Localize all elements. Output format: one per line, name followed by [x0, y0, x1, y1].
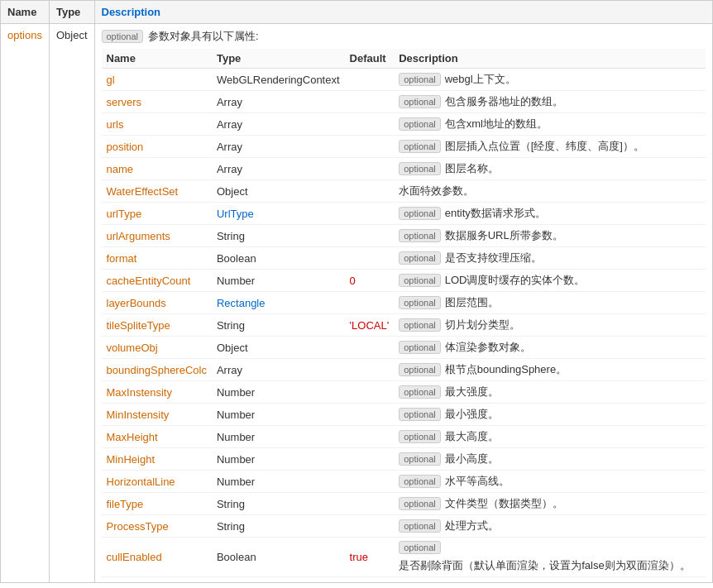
prop-type[interactable]: Rectangle	[217, 297, 266, 309]
prop-name[interactable]: volumeObj	[107, 342, 158, 354]
prop-name[interactable]: WaterEffectSet	[107, 185, 179, 198]
prop-desc-text: 根节点boundingSphere。	[445, 362, 567, 377]
prop-type: Number	[217, 476, 255, 488]
prop-type: Boolean	[217, 551, 256, 563]
prop-desc-text: webgl上下文。	[445, 72, 516, 87]
prop-desc-text: entity数据请求形式。	[445, 206, 546, 221]
prop-name[interactable]: MaxHeight	[107, 431, 158, 443]
prop-desc-text: 数据服务URL所带参数。	[445, 228, 563, 243]
prop-type: Object	[217, 342, 248, 354]
prop-name[interactable]: urlArguments	[107, 230, 170, 242]
table-row: urlTypeUrlTypeoptionalentity数据请求形式。	[102, 203, 706, 225]
prop-name[interactable]: MaxInstensity	[107, 386, 172, 399]
prop-type: Number	[217, 431, 255, 443]
table-row: nameArrayoptional图层名称。	[102, 158, 706, 180]
prop-description-cell: optional切片划分类型。	[394, 314, 706, 337]
prop-name[interactable]: format	[107, 252, 137, 265]
inner-header-name: Name	[102, 49, 212, 69]
prop-type: Number	[217, 386, 255, 399]
prop-default: 0	[350, 275, 356, 287]
prop-type: String	[217, 520, 245, 533]
prop-name[interactable]: HorizontalLine	[107, 476, 175, 488]
prop-name[interactable]: layerBounds	[107, 297, 166, 309]
prop-optional-badge: optional	[399, 73, 441, 86]
table-row: MaxHeightNumberoptional最大高度。	[102, 426, 706, 448]
prop-optional-badge: optional	[399, 229, 441, 242]
table-row: MaxInstensityNumberoptional最大强度。	[102, 381, 706, 404]
outer-header-type: Type	[49, 1, 94, 24]
table-row: cullEnabledBooleantrueoptional是否剔除背面（默认单…	[102, 538, 706, 577]
prop-name[interactable]: position	[107, 141, 144, 153]
prop-type: Object	[217, 185, 248, 198]
prop-name[interactable]: MinHeight	[107, 453, 156, 466]
table-row: fileTypeStringoptional文件类型（数据类型）。	[102, 493, 706, 515]
prop-name[interactable]: boundingSphereColc	[107, 364, 207, 376]
prop-description-cell: optional最大高度。	[394, 426, 706, 448]
prop-name[interactable]: urlType	[107, 208, 142, 220]
prop-name[interactable]: ProcessType	[107, 520, 169, 533]
table-row: WaterEffectSetObject水面特效参数。	[102, 180, 706, 203]
prop-description-cell: optional最小高度。	[394, 448, 706, 471]
prop-optional-badge: optional	[399, 497, 441, 510]
prop-type: Array	[217, 163, 242, 175]
prop-name[interactable]: servers	[107, 96, 142, 108]
prop-desc-text: 处理方式。	[445, 519, 499, 533]
prop-optional-badge: optional	[399, 318, 441, 332]
prop-name[interactable]: cullEnabled	[107, 551, 162, 563]
prop-description-cell: optional图层名称。	[394, 158, 706, 180]
prop-optional-badge: optional	[399, 408, 441, 421]
prop-type: Boolean	[217, 252, 256, 265]
prop-desc-text: 是否支持纹理压缩。	[445, 251, 542, 265]
prop-optional-badge: optional	[399, 251, 441, 265]
prop-optional-badge: optional	[399, 541, 441, 554]
outer-header-description: Description	[94, 1, 713, 24]
table-row: boundingSphereColcArrayoptional根节点boundi…	[102, 359, 706, 381]
options-optional-badge: optional	[102, 30, 144, 43]
outer-header-name: Name	[1, 1, 50, 24]
prop-description-cell: optional图层范围。	[394, 292, 706, 314]
outer-table: Name Type Description options Object opt…	[0, 0, 713, 583]
prop-type: String	[217, 230, 245, 242]
prop-default: 'LOCAL'	[350, 319, 390, 332]
table-row: ProcessTypeStringoptional处理方式。	[102, 515, 706, 538]
table-row: MinInstensityNumberoptional最小强度。	[102, 404, 706, 426]
prop-name[interactable]: name	[107, 163, 134, 175]
prop-desc-text: 图层名称。	[445, 161, 499, 176]
prop-description-cell: optional最小强度。	[394, 404, 706, 426]
prop-name[interactable]: urls	[107, 118, 124, 131]
inner-header-default: Default	[345, 49, 395, 69]
table-row: serversArrayoptional包含服务器地址的数组。	[102, 91, 706, 113]
prop-name[interactable]: tileSpliteType	[107, 319, 170, 332]
prop-desc-text: 水平等高线。	[445, 474, 510, 489]
prop-optional-badge: optional	[399, 95, 441, 108]
prop-desc-text: 图层范围。	[445, 295, 499, 310]
prop-name[interactable]: fileType	[107, 498, 144, 510]
prop-description-cell: optional是否剔除背面（默认单面渲染，设置为false则为双面渲染）。	[394, 538, 706, 577]
options-intro: 参数对象具有以下属性:	[148, 29, 259, 44]
prop-optional-badge: optional	[399, 475, 441, 488]
prop-optional-badge: optional	[399, 162, 441, 175]
prop-desc-text: 最大高度。	[445, 429, 499, 444]
prop-description-cell: optionalwebgl上下文。	[394, 69, 706, 91]
table-row: HorizontalLineNumberoptional水平等高线。	[102, 471, 706, 493]
prop-optional-badge: optional	[399, 452, 441, 466]
inner-header-description: Description	[394, 49, 706, 69]
prop-type: Array	[217, 141, 242, 153]
prop-optional-badge: optional	[399, 430, 441, 443]
prop-description-cell: optional水平等高线。	[394, 471, 706, 493]
prop-optional-badge: optional	[399, 274, 441, 287]
prop-optional-badge: optional	[399, 363, 441, 376]
prop-type: Array	[217, 96, 242, 108]
table-row: positionArrayoptional图层插入点位置（[经度、纬度、高度]）…	[102, 136, 706, 158]
prop-name[interactable]: cacheEntityCount	[107, 275, 191, 287]
prop-type: String	[217, 319, 245, 332]
prop-name[interactable]: gl	[107, 74, 115, 86]
prop-name[interactable]: MinInstensity	[107, 409, 170, 421]
prop-optional-badge: optional	[399, 207, 441, 220]
prop-type: Array	[217, 364, 242, 376]
prop-type[interactable]: UrlType	[217, 208, 254, 220]
prop-desc-text: 包含服务器地址的数组。	[445, 94, 563, 109]
prop-default: true	[350, 551, 368, 563]
prop-description-cell: optional体渲染参数对象。	[394, 337, 706, 359]
prop-optional-badge: optional	[399, 140, 441, 153]
